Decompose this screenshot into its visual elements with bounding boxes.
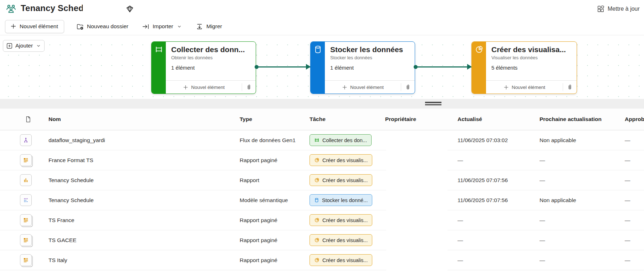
item-name[interactable]: Tenancy Schedule [48,197,240,204]
table-header-row: Nom Type Tâche Propriétaire Actualisé Pr… [0,109,644,130]
item-name[interactable]: France Format TS [48,157,240,164]
task-card-title: Stocker les données [330,45,410,54]
update-app-button[interactable]: Mettre à jour [597,5,640,13]
table-row[interactable]: TS France Rapport paginé Créer des visua… [0,210,644,230]
migrate-label: Migrer [206,23,222,30]
import-icon [142,23,149,30]
column-header-approval[interactable]: Approbateur [625,116,644,122]
task-card-collect-data[interactable]: Collecter des donn... Obtenir les donnée… [151,41,256,94]
table-row[interactable]: dataflow_staging_yardi Flux de données G… [0,130,644,150]
card-new-item-button[interactable]: Nouvel élément [325,85,401,90]
item-name[interactable]: TS Italy [48,257,240,264]
paperclip-icon [405,84,411,90]
panel-resize-handle[interactable] [425,102,441,106]
task-badge[interactable]: Créer des visualis... [310,154,372,166]
item-next-refresh: Non applicable [540,197,625,204]
card-new-item-label: Nouvel élément [512,85,545,90]
card-new-item-button[interactable]: Nouvel élément [486,85,563,90]
new-folder-button[interactable]: Nouveau dossier [76,23,128,30]
item-refreshed: — [458,257,540,264]
task-card-color-bar [472,42,486,94]
premium-diamond-icon[interactable] [126,5,134,13]
add-task-button[interactable]: Ajouter [3,40,45,52]
connector-start-dot [255,65,259,69]
item-approval: — [625,157,644,164]
attach-item-button[interactable] [242,84,256,90]
add-task-label: Ajouter [15,42,33,49]
item-next-refresh: — [540,217,625,224]
item-approval: — [625,177,644,184]
item-approval: — [625,217,644,224]
column-header-refreshed[interactable]: Actualisé [458,116,540,122]
item-name[interactable]: TS GACEE [48,237,240,244]
semantic-model-icon [20,194,32,206]
item-approval: — [625,197,644,204]
migrate-button[interactable]: Migrer [196,23,222,30]
column-header-type[interactable]: Type [240,116,310,122]
task-badge[interactable]: Stocker les donné... [310,194,372,206]
table-row[interactable]: Tenancy Schedule Modèle sémantique Stock… [0,190,644,210]
task-badge-label: Collecter des don... [322,137,367,143]
file-type-column-icon[interactable] [20,115,48,123]
card-new-item-button[interactable]: Nouvel élément [166,85,242,90]
task-card-color-bar [152,42,166,94]
import-label: Importer [153,23,173,30]
task-badge[interactable]: Collecter des don... [310,134,372,146]
toolbar: Nouvel élément Nouveau dossier Importer [0,18,644,35]
task-card-footer: Nouvel élément [486,80,577,94]
items-table: Nom Type Tâche Propriétaire Actualisé Pr… [0,109,644,271]
column-header-task[interactable]: Tâche [310,116,385,122]
title-bar: Tenancy Schedule Mettre à jour [0,0,644,18]
flow-connector [415,66,471,67]
paginated-report-icon [20,214,32,226]
column-header-name[interactable]: Nom [48,116,240,122]
task-badge[interactable]: Créer des visualis... [310,174,372,186]
task-card-store-data[interactable]: Stocker les données Stocker les données … [310,41,415,94]
task-badge[interactable]: Créer des visualis... [310,214,372,226]
task-badge[interactable]: Créer des visualis... [310,234,372,246]
task-card-subtitle: Obtenir les données [171,55,251,60]
item-type: Rapport paginé [240,217,310,224]
attach-item-button[interactable] [563,84,577,90]
table-row[interactable]: France Format TS Rapport paginé Créer de… [0,150,644,170]
task-badge-label: Créer des visualis... [322,217,368,223]
pipeline-icon [154,45,163,94]
attach-item-button[interactable] [401,84,415,90]
task-badge-label: Stocker les donné... [322,197,368,203]
task-card-color-bar [311,42,325,94]
dataflow-gen1-icon [20,134,32,146]
task-card-create-visualizations[interactable]: Créer des visualisa... Visualiser les do… [471,41,577,94]
column-header-owner[interactable]: Propriétaire [385,116,458,122]
item-name[interactable]: dataflow_staging_yardi [48,137,240,144]
task-card-item-count: 5 éléments [491,65,572,71]
item-type: Modèle sémantique [240,197,310,204]
column-header-next-refresh[interactable]: Prochaine actualisation [540,116,625,122]
item-refreshed: — [458,157,540,164]
task-card-title: Créer des visualisa... [491,45,572,54]
item-name[interactable]: Tenancy Schedule [48,177,240,184]
redacted-owner-column [386,131,448,271]
item-name[interactable]: TS France [48,217,240,224]
paginated-report-icon [20,154,32,166]
task-card-item-count: 1 élément [330,65,410,71]
task-badge-label: Créer des visualis... [322,177,368,183]
new-item-button[interactable]: Nouvel élément [5,20,64,33]
task-badge-label: Créer des visualis... [322,157,368,163]
import-button[interactable]: Importer [142,23,182,30]
task-card-subtitle: Visualiser les données [491,55,572,60]
task-card-footer: Nouvel élément [325,80,415,94]
task-card-item-count: 1 élément [171,65,251,71]
taskflow-canvas: Ajouter Collecter des donn... Obtenir le… [0,35,644,99]
table-row[interactable]: Tenancy Schedule Rapport Créer des visua… [0,170,644,190]
task-badge[interactable]: Créer des visualis... [310,254,372,266]
paperclip-icon [567,84,573,90]
workspace-people-icon [5,3,17,15]
table-row[interactable]: TS GACEE Rapport paginé Créer des visual… [0,230,644,250]
item-type: Rapport paginé [240,257,310,264]
table-row[interactable]: TS Italy Rapport paginé Créer des visual… [0,250,644,270]
migrate-icon [196,23,203,30]
paperclip-icon [246,84,252,90]
item-refreshed: 11/06/2025 07:03:02 [458,137,540,144]
chevron-down-icon [177,24,182,29]
paginated-report-icon [20,254,32,266]
